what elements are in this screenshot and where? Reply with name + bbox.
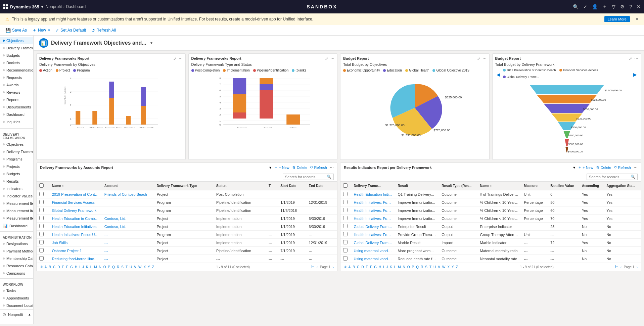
sidebar-bottom-nonprofit[interactable]: ◎ Nonprofit ▴ <box>0 309 33 319</box>
row2-df[interactable]: Using maternal vaccin... <box>351 247 395 255</box>
alpha-btn[interactable]: S <box>424 265 428 269</box>
sidebar-df-dashboard[interactable]: 📊Dashboard <box>0 222 33 230</box>
more-4-icon[interactable]: ⋯ <box>634 56 638 61</box>
alpha-btn[interactable]: R <box>116 265 120 269</box>
alpha-btn[interactable]: I <box>382 265 385 269</box>
row-name[interactable]: 2019 Preservation of Contoso Beach... <box>49 190 102 198</box>
row2-df[interactable]: Health Education Initi... <box>351 190 395 198</box>
th-status[interactable]: Status <box>214 182 266 190</box>
sidebar-item-budgets[interactable]: Budgets <box>0 52 33 59</box>
th2-ascending[interactable]: Ascending <box>579 182 604 190</box>
sidebar-item-inquiries[interactable]: Inquiries <box>0 118 33 126</box>
sidebar-df-delivery[interactable]: Delivery Frameworks <box>0 148 33 155</box>
sidebar-item-reports[interactable]: Reports <box>0 96 33 103</box>
alpha-btn[interactable]: O <box>407 265 411 269</box>
settings-icon[interactable]: ⚙ <box>620 4 625 9</box>
table-2-refresh-btn[interactable]: ↺ Refresh <box>614 165 631 170</box>
close-icon[interactable]: ✕ <box>637 4 641 9</box>
alpha-btn[interactable]: Z <box>151 265 155 269</box>
search-t1-icon[interactable]: 🔍 <box>327 175 331 179</box>
alpha-btn[interactable]: B <box>352 265 356 269</box>
alpha-btn[interactable]: Z <box>455 265 459 269</box>
alpha-btn[interactable]: Q <box>415 265 419 269</box>
alpha-btn[interactable]: B <box>48 265 52 269</box>
alpha-btn[interactable]: T <box>429 265 432 269</box>
alpha-btn[interactable]: O <box>103 265 107 269</box>
expand-3-icon[interactable]: ⤢ <box>477 56 480 61</box>
notification-close-icon[interactable]: ✕ <box>635 17 639 21</box>
sidebar-item-recommendations[interactable]: Recommendations <box>0 66 33 74</box>
page-2-prev-btn[interactable]: ‹ <box>620 265 622 269</box>
alpha-btn[interactable]: Y <box>451 265 455 269</box>
sidebar-df-measurement-r[interactable]: Measurement Item R <box>0 207 33 215</box>
row2-df[interactable]: Global Delivery Frame... <box>351 223 395 231</box>
sidebar-admin-designations[interactable]: Designations <box>0 240 33 247</box>
plus-icon[interactable]: ＋ <box>602 4 607 10</box>
table-1-delete-btn[interactable]: 🗑 Delete <box>292 166 308 170</box>
row-name[interactable]: Health Education in Cambodia <box>49 215 102 223</box>
alpha-btn[interactable]: N <box>402 265 406 269</box>
row-account[interactable]: Friends of Contoso Beach <box>102 190 154 198</box>
alpha-btn[interactable]: L <box>394 265 397 269</box>
alpha-btn[interactable]: # <box>40 265 43 269</box>
th-account[interactable]: Account <box>102 182 154 190</box>
alpha-btn[interactable]: L <box>90 265 93 269</box>
sidebar-admin-resources[interactable]: Resources Catalog <box>0 262 33 270</box>
row-account[interactable]: --- <box>102 206 154 215</box>
alpha-btn[interactable]: M <box>397 265 401 269</box>
sidebar-df-budgets[interactable]: Budgets <box>0 170 33 178</box>
row-account[interactable]: Contoso, Ltd. <box>102 223 154 231</box>
alpha-btn[interactable]: # <box>344 265 347 269</box>
alpha-btn[interactable]: A <box>348 265 352 269</box>
sidebar-df-objectives[interactable]: Objectives <box>0 141 33 148</box>
th2-df[interactable]: Delivery Frame... <box>351 182 395 190</box>
sidebar-df-measurement-items[interactable]: Measurement Items <box>0 200 33 207</box>
page-2-first-btn[interactable]: ⊢ <box>615 265 618 269</box>
row-name[interactable]: Financial Services Access <box>49 198 102 206</box>
sidebar-item-dockets[interactable]: Dockets <box>0 59 33 66</box>
row2-df[interactable]: Health Initiatives: Foo... <box>351 231 395 239</box>
alpha-btn[interactable]: M <box>93 265 97 269</box>
alpha-btn[interactable]: X <box>143 265 146 269</box>
alpha-btn[interactable]: P <box>411 265 415 269</box>
alpha-btn[interactable]: W <box>138 265 142 269</box>
alpha-btn[interactable]: C <box>356 265 360 269</box>
alpha-btn[interactable]: E <box>61 265 65 269</box>
alpha-btn[interactable]: P <box>107 265 111 269</box>
table-2-dropdown-icon[interactable]: ▾ <box>573 165 575 170</box>
sidebar-wf-appointments[interactable]: Appointments <box>0 294 33 302</box>
row2-df[interactable]: Health Initiatives: Foo... <box>351 215 395 223</box>
row-account[interactable]: --- <box>102 231 154 239</box>
new-button[interactable]: ＋ New ▾ <box>32 27 50 33</box>
th2-agg[interactable]: Aggregation Sta... <box>604 182 641 190</box>
th-df-type[interactable]: Delivery Framework Type <box>154 182 214 190</box>
table-1-search-input[interactable] <box>285 175 325 179</box>
alpha-btn[interactable]: J <box>385 265 388 269</box>
sidebar-df-measurement-u[interactable]: Measurement Item U <box>0 215 33 222</box>
alpha-btn[interactable]: W <box>442 265 446 269</box>
row-account[interactable]: --- <box>102 255 154 263</box>
table-1-new-btn[interactable]: ＋ + New <box>274 165 289 170</box>
alpha-btn[interactable]: U <box>433 265 436 269</box>
row-name[interactable]: Global Delivery Framework <box>49 206 102 215</box>
table-1-dropdown-icon[interactable]: ▾ <box>269 165 271 170</box>
alpha-btn[interactable]: N <box>98 265 102 269</box>
search-t2-icon[interactable]: 🔍 <box>631 175 635 179</box>
sidebar-df-results[interactable]: Results <box>0 178 33 185</box>
app-logo[interactable]: Dynamics 365 ▾ <box>3 4 43 9</box>
sidebar-wf-tasks[interactable]: Tasks <box>0 287 33 294</box>
expand-icon[interactable]: ⤢ <box>173 56 177 61</box>
row-name[interactable]: Job Skills <box>49 239 102 247</box>
alpha-btn[interactable]: E <box>365 265 369 269</box>
sidebar-admin-campaigns[interactable]: Campaigns <box>0 270 33 277</box>
filter-icon[interactable]: ▽ <box>612 4 615 9</box>
row-name[interactable]: Health Education Initiatives <box>49 223 102 231</box>
th2-result[interactable]: Result <box>395 182 439 190</box>
row2-df[interactable]: Global Delivery Frame... <box>351 239 395 247</box>
expand-4-icon[interactable]: ⤢ <box>629 56 632 61</box>
th-name[interactable]: Name ↕ <box>49 182 102 190</box>
sidebar-item-reviews[interactable]: Reviews <box>0 89 33 96</box>
row-account[interactable]: --- <box>102 239 154 247</box>
th2-type[interactable]: Result Type (Res... <box>439 182 477 190</box>
more-icon[interactable]: ⋯ <box>179 56 183 61</box>
